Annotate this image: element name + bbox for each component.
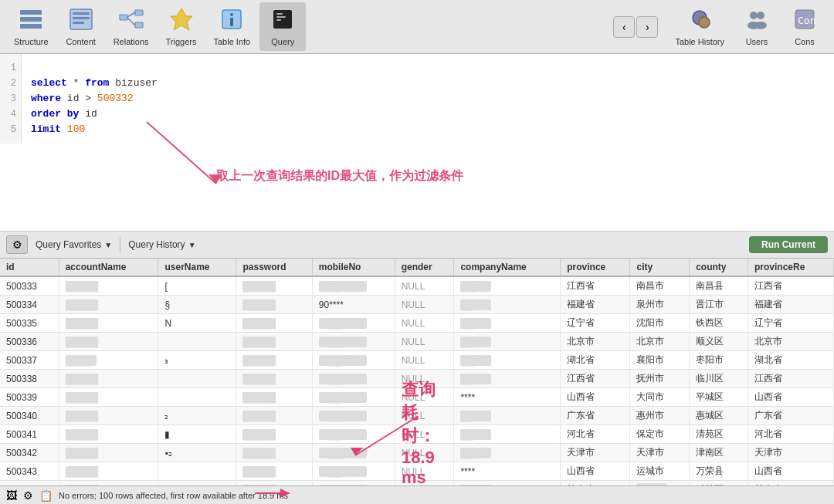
cell-provincere: 湖北省 xyxy=(748,351,834,370)
table-row[interactable]: 500335█████N█████18██48****NULL██****辽宁省… xyxy=(0,314,834,333)
users-icon xyxy=(744,7,769,36)
cell-county: 铁西区 xyxy=(690,314,748,333)
table-header-row: id accountName userName password mobileN… xyxy=(0,259,834,276)
cell-companyname: ██**** xyxy=(454,296,561,314)
toolbar-query[interactable]: Query xyxy=(259,2,306,51)
cell-password: █████ xyxy=(236,388,312,407)
run-button[interactable]: Run Current xyxy=(749,236,828,253)
cell-companyname: ██**** xyxy=(454,351,561,370)
query-icon xyxy=(270,7,295,36)
cell-accountname: █████ xyxy=(59,407,158,425)
status-icon-2[interactable]: ⚙ xyxy=(23,489,33,502)
svg-rect-5 xyxy=(73,17,90,19)
cell-accountname: █████ xyxy=(59,425,158,444)
cell-username: ▪₂ xyxy=(158,444,236,462)
history-dropdown[interactable]: Query History ▼ xyxy=(124,238,200,252)
col-province: province xyxy=(561,259,630,276)
nav-forward[interactable]: › xyxy=(636,16,658,38)
line-numbers: 1 2 3 4 5 xyxy=(0,54,22,144)
cell-accountname: █████ xyxy=(59,314,158,333)
toolbar-content[interactable]: Content xyxy=(58,2,104,51)
cell-id: 500340 xyxy=(0,407,59,425)
cell-password: █████ xyxy=(236,314,312,333)
cons-label: Cons xyxy=(795,37,815,46)
cell-id: 500343 xyxy=(0,462,59,481)
table-row[interactable]: 500333█████[█████13██99****NULL██****江西省… xyxy=(0,276,834,296)
cell-provincere: 北京市 xyxy=(748,333,834,351)
cell-gender: NULL xyxy=(395,333,454,351)
cell-accountname: █████ xyxy=(59,444,158,462)
cell-gender: NULL xyxy=(395,276,454,296)
table-row[interactable]: 500341█████▮█████15██22****NULL██****河北省… xyxy=(0,425,834,444)
table-row[interactable]: 500342█████▪₂█████18██85****NULL██****天津… xyxy=(0,444,834,462)
toolbar-structure[interactable]: Structure xyxy=(6,2,56,51)
toolbar-relations[interactable]: Relations xyxy=(106,2,157,51)
table-row[interactable]: 500340█████₂█████13██28****NULL██****广东省… xyxy=(0,407,834,425)
cell-provincere: 天津市 xyxy=(748,444,834,462)
cell-password: █████ xyxy=(236,370,312,388)
code-content[interactable]: select * from bizuser where id > 500332 … xyxy=(22,54,834,231)
table-body: 500333█████[█████13██99****NULL██****江西省… xyxy=(0,276,834,485)
users-label: Users xyxy=(746,37,768,46)
svg-point-23 xyxy=(757,12,764,19)
cell-county: 枣阳市 xyxy=(690,351,748,370)
cell-username xyxy=(158,388,236,407)
cons-icon: Con xyxy=(792,7,817,36)
table-row[interactable]: 500343██████████19██99****NULL****山西省运城市… xyxy=(0,462,834,481)
cell-password: █████ xyxy=(236,425,312,444)
svg-rect-2 xyxy=(20,24,42,29)
table-row[interactable]: 500338██████████15██94****NULL██****江西省抚… xyxy=(0,370,834,388)
tablehistory-label: Table History xyxy=(675,37,724,46)
col-username: userName xyxy=(158,259,236,276)
col-county: county xyxy=(690,259,748,276)
toolbar-nav: ‹ › xyxy=(613,16,658,38)
cell-companyname: ██**** xyxy=(454,444,561,462)
table-row[interactable]: 500336██████████18██17****NULL██****北京市北… xyxy=(0,333,834,351)
cell-gender: NULL xyxy=(395,351,454,370)
gear-button[interactable]: ⚙ xyxy=(6,235,28,254)
cell-companyname: ██**** xyxy=(454,425,561,444)
svg-rect-0 xyxy=(20,10,42,15)
cell-gender: NULL xyxy=(395,444,454,462)
history-label: Query History xyxy=(128,239,185,250)
cell-username: ₂ xyxy=(158,407,236,425)
table-row[interactable]: 500339██████████15██49****NULL****山西省大同市… xyxy=(0,388,834,407)
svg-rect-18 xyxy=(276,16,286,18)
toolbar-tableinfo[interactable]: Table Info xyxy=(206,2,259,51)
cell-provincere: 江西省 xyxy=(748,276,834,296)
cell-provincere: 广东省 xyxy=(748,407,834,425)
cell-companyname: **** xyxy=(454,462,561,481)
nav-back[interactable]: ‹ xyxy=(613,16,635,38)
svg-rect-15 xyxy=(230,18,233,26)
cell-mobileno: 13██99**** xyxy=(312,276,395,296)
toolbar-right: ‹ › Table History Users xyxy=(613,2,828,51)
table-row[interactable]: 500334█████§█████90****NULL██****福建省泉州市晋… xyxy=(0,296,834,314)
table-row[interactable]: 500337████₃█████18██44****NULL██****湖北省襄… xyxy=(0,351,834,370)
query-label: Query xyxy=(271,37,294,46)
cell-companyname: ██**** xyxy=(454,370,561,388)
toolbar-triggers[interactable]: Triggers xyxy=(158,2,205,51)
toolbar-cons[interactable]: Con Cons xyxy=(781,2,828,51)
cell-county: 晋江市 xyxy=(690,296,748,314)
cell-county: 清苑区 xyxy=(690,425,748,444)
svg-line-11 xyxy=(127,18,135,25)
content-icon xyxy=(69,7,93,36)
svg-point-22 xyxy=(750,12,758,19)
results-table: id accountName userName password mobileN… xyxy=(0,259,834,485)
cell-password: █████ xyxy=(236,462,312,481)
favorites-dropdown[interactable]: Query Favorites ▼ xyxy=(31,238,117,252)
cell-id: 500335 xyxy=(0,314,59,333)
cell-gender: NULL xyxy=(395,407,454,425)
cell-password: █████ xyxy=(236,276,312,296)
cell-id: 500333 xyxy=(0,276,59,296)
toolbar-users[interactable]: Users xyxy=(734,2,780,51)
col-accountname: accountName xyxy=(59,259,158,276)
toolbar-tablehistory[interactable]: Table History xyxy=(667,2,732,51)
separator-1 xyxy=(120,237,120,252)
cell-username: N xyxy=(158,314,236,333)
status-icon-3[interactable]: 📋 xyxy=(39,489,53,502)
status-icon-1[interactable]: 🖼 xyxy=(6,489,17,502)
cell-province: 福建省 xyxy=(561,296,630,314)
cell-username xyxy=(158,370,236,388)
svg-marker-12 xyxy=(171,8,192,30)
